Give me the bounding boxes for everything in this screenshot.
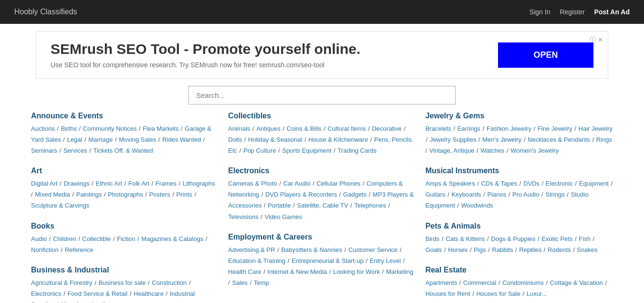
link-jewelry-supplies[interactable]: Jewelry Supplies <box>430 136 477 143</box>
link-electronic-equipment[interactable]: Electronic <box>546 180 573 187</box>
link-audio[interactable]: Audio <box>31 235 47 242</box>
link-hair-jewelry[interactable]: Hair Jewelry <box>579 125 613 132</box>
link-electronics-b[interactable]: Electronics <box>31 290 62 297</box>
link-pop-culture[interactable]: Pop Culture <box>243 147 276 154</box>
link-houses-for-rent[interactable]: Houses for Rent <box>426 290 470 297</box>
link-mens-jewelry[interactable]: Men's Jewelry <box>482 136 521 143</box>
link-reptiles[interactable]: Reptiles <box>519 246 541 253</box>
link-services[interactable]: Services <box>63 147 87 154</box>
link-posters[interactable]: Posters <box>149 191 170 198</box>
link-equipment[interactable]: Equipment <box>579 180 609 187</box>
link-folk-art[interactable]: Folk Art <box>128 180 149 187</box>
link-construction[interactable]: Construction <box>152 279 187 286</box>
link-portable[interactable]: Portable <box>268 202 291 209</box>
link-cottage-vacation[interactable]: Cottage & Vacation <box>550 279 603 286</box>
link-healthcare[interactable]: Healthcare <box>134 290 164 297</box>
link-house-kitchenware[interactable]: House & Kitchenware <box>308 136 368 143</box>
link-photographs[interactable]: Photographs <box>108 191 143 198</box>
link-pigs[interactable]: Pigs <box>474 246 486 253</box>
link-earrings[interactable]: Earrings <box>457 125 480 132</box>
link-looking-for-work[interactable]: Looking for Work <box>333 268 380 275</box>
link-condominiums[interactable]: Condominiums <box>502 279 544 286</box>
link-digital-art[interactable]: Digital Art <box>31 180 58 187</box>
link-cds-tapes[interactable]: CDs & Tapes <box>481 180 518 187</box>
link-amps-speakers[interactable]: Amps & Speakers <box>426 180 475 187</box>
link-luxury[interactable]: Luxur... <box>527 290 547 297</box>
link-dolls[interactable]: Dolls <box>228 136 242 143</box>
link-car-audio[interactable]: Car Audio <box>283 180 311 187</box>
link-decorative[interactable]: Decorative <box>372 125 402 132</box>
link-lithographs[interactable]: Lithographs <box>183 180 215 187</box>
link-apartments[interactable]: Apartments <box>426 279 457 286</box>
link-video-games[interactable]: Video Games <box>265 213 302 220</box>
signin-link[interactable]: Sign In <box>530 8 551 16</box>
link-fine-jewelry[interactable]: Fine Jewelry <box>538 125 572 132</box>
link-paintings[interactable]: Paintings <box>76 191 102 198</box>
link-bracelets[interactable]: Bracelets <box>426 125 451 132</box>
link-nonfiction[interactable]: Nonfiction <box>31 246 59 253</box>
link-rabbits[interactable]: Rabbits <box>492 246 513 253</box>
link-moving-sales[interactable]: Moving Sales <box>119 136 156 143</box>
link-goats[interactable]: Goats <box>426 246 442 253</box>
link-pro-audio[interactable]: Pro Audio <box>512 191 539 198</box>
link-cultural-items[interactable]: Cultural Items <box>328 125 366 132</box>
link-advertising-pr[interactable]: Advertising & PR <box>228 246 275 253</box>
link-dogs-puppies[interactable]: Dogs & Puppies <box>491 235 535 242</box>
link-birds[interactable]: Birds <box>426 235 440 242</box>
ad-close-button[interactable]: ⓘ ✕ <box>590 35 603 44</box>
link-collectible[interactable]: Collectible <box>82 235 111 242</box>
link-trading-cards[interactable]: Trading Cards <box>338 147 377 154</box>
link-mixed-media[interactable]: Mixed Media <box>35 191 70 198</box>
link-community-notices[interactable]: Community Notices <box>83 125 137 132</box>
link-televisions[interactable]: Televisions <box>228 213 259 220</box>
link-gadgets[interactable]: Gadgets <box>343 191 366 198</box>
link-entrepreneurial[interactable]: Entrepreneurial & Start-up <box>291 257 364 264</box>
link-ethnic-art[interactable]: Ethnic Art <box>96 180 123 187</box>
link-auctions[interactable]: Auctions <box>31 125 55 132</box>
link-dvds[interactable]: DVDs <box>523 180 540 187</box>
link-agricultural[interactable]: Agricultural & Forestry <box>31 279 93 286</box>
link-flea-markets[interactable]: Flea Markets <box>143 125 178 132</box>
link-guitars[interactable]: Guitars <box>426 191 446 198</box>
link-vintage-antique[interactable]: Vintage, Antique <box>429 147 474 154</box>
link-marketing[interactable]: Marketing <box>386 268 413 275</box>
link-animals-c[interactable]: Animals <box>228 125 250 132</box>
link-sales[interactable]: Sales <box>232 279 248 286</box>
register-link[interactable]: Register <box>560 8 584 16</box>
link-entry-level[interactable]: Entry Level <box>370 257 401 264</box>
link-seminars[interactable]: Seminars <box>31 147 57 154</box>
link-coins-bills[interactable]: Coins & Bills <box>287 125 322 132</box>
post-ad-link[interactable]: Post An Ad <box>594 8 630 16</box>
link-reference[interactable]: Reference <box>65 246 93 253</box>
link-horses[interactable]: Horses <box>448 246 467 253</box>
link-woodwinds[interactable]: Woodwinds <box>461 202 493 209</box>
link-fashion-jewelry[interactable]: Fashion Jewelry <box>487 125 531 132</box>
link-fiction[interactable]: Fiction <box>117 235 135 242</box>
link-cats-kittens[interactable]: Cats & Kittens <box>446 235 485 242</box>
search-input[interactable] <box>188 86 456 104</box>
link-exotic-pets[interactable]: Exotic Pets <box>541 235 572 242</box>
link-antiques[interactable]: Antiques <box>256 125 280 132</box>
link-frames[interactable]: Frames <box>156 180 177 187</box>
link-keyboards[interactable]: Keyboards <box>451 191 481 198</box>
link-babysitters[interactable]: Babysitters & Nannies <box>281 246 342 253</box>
link-watches[interactable]: Watches <box>480 147 504 154</box>
close-icon[interactable]: ✕ <box>598 36 603 43</box>
link-legal[interactable]: Legal <box>67 136 82 143</box>
link-temp[interactable]: Temp <box>254 279 269 286</box>
link-strings[interactable]: Strings <box>545 191 564 198</box>
ad-open-button[interactable]: OPEN <box>498 42 593 68</box>
link-births[interactable]: Births <box>61 125 77 132</box>
link-rides-wanted[interactable]: Rides Wanted <box>162 136 201 143</box>
link-rings[interactable]: Rings <box>596 136 612 143</box>
link-commercial[interactable]: Commercial <box>463 279 496 286</box>
link-houses-for-sale[interactable]: Houses for Sale <box>476 290 520 297</box>
link-prints[interactable]: Prints <box>177 191 192 198</box>
link-manufacturing[interactable]: Manufacturing & <box>61 301 106 303</box>
link-education-training[interactable]: Education & Training <box>228 257 285 264</box>
link-internet-new-media[interactable]: Internet & New Media <box>268 268 327 275</box>
link-sports-equipment[interactable]: Sports Equipment <box>282 147 331 154</box>
link-dvd-players[interactable]: DVD Players & Recorders <box>265 191 337 198</box>
link-magazines[interactable]: Magazines & Catalogs <box>141 235 203 242</box>
link-rodents[interactable]: Rodents <box>548 246 571 253</box>
